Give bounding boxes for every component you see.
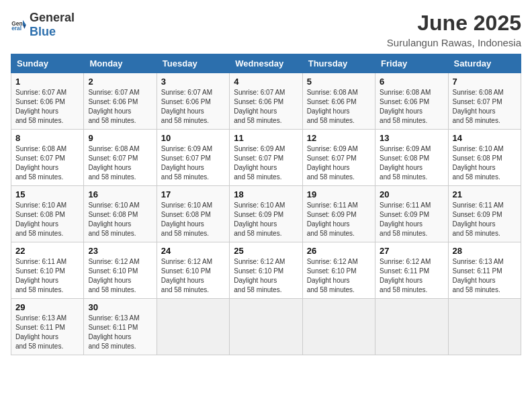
svg-marker-3 xyxy=(23,25,26,29)
day-number: 13 xyxy=(380,133,443,143)
calendar-cell: 25 Sunrise: 6:12 AM Sunset: 6:10 PM Dayl… xyxy=(230,242,302,299)
day-info: Sunrise: 6:12 AM Sunset: 6:10 PM Dayligh… xyxy=(307,257,371,295)
page-header: Gen eral General Blue June 2025 Surulang… xyxy=(11,11,521,48)
day-number: 2 xyxy=(88,77,152,87)
calendar-cell: 10 Sunrise: 6:09 AM Sunset: 6:07 PM Dayl… xyxy=(157,130,229,186)
calendar-cell xyxy=(230,299,302,355)
logo: Gen eral General Blue xyxy=(11,11,75,39)
calendar-week-row: 29 Sunrise: 6:13 AM Sunset: 6:11 PM Dayl… xyxy=(11,299,521,355)
day-number: 6 xyxy=(380,77,443,87)
day-number: 15 xyxy=(15,189,79,199)
day-number: 5 xyxy=(307,77,371,87)
column-header-sunday: Sunday xyxy=(11,54,84,73)
day-number: 14 xyxy=(453,133,517,143)
day-number: 25 xyxy=(234,246,298,256)
column-header-monday: Monday xyxy=(84,54,157,73)
day-info: Sunrise: 6:10 AM Sunset: 6:09 PM Dayligh… xyxy=(234,201,298,238)
column-header-friday: Friday xyxy=(375,54,448,73)
day-info: Sunrise: 6:10 AM Sunset: 6:08 PM Dayligh… xyxy=(15,201,79,238)
day-number: 23 xyxy=(88,246,152,256)
day-info: Sunrise: 6:13 AM Sunset: 6:11 PM Dayligh… xyxy=(15,314,79,351)
calendar-cell: 16 Sunrise: 6:10 AM Sunset: 6:08 PM Dayl… xyxy=(84,186,157,242)
day-number: 18 xyxy=(234,189,298,199)
day-number: 26 xyxy=(307,246,371,256)
day-number: 4 xyxy=(234,77,298,87)
calendar-cell: 19 Sunrise: 6:11 AM Sunset: 6:09 PM Dayl… xyxy=(302,186,375,242)
calendar-cell: 27 Sunrise: 6:12 AM Sunset: 6:11 PM Dayl… xyxy=(375,242,448,299)
logo-text-general: General xyxy=(30,11,75,24)
day-info: Sunrise: 6:10 AM Sunset: 6:08 PM Dayligh… xyxy=(161,201,225,238)
day-number: 22 xyxy=(15,246,79,256)
day-info: Sunrise: 6:11 AM Sunset: 6:09 PM Dayligh… xyxy=(380,201,443,238)
day-info: Sunrise: 6:12 AM Sunset: 6:10 PM Dayligh… xyxy=(88,257,152,295)
calendar-cell: 21 Sunrise: 6:11 AM Sunset: 6:09 PM Dayl… xyxy=(448,186,521,242)
day-number: 10 xyxy=(161,133,225,143)
logo-text-blue: Blue xyxy=(30,25,56,38)
day-info: Sunrise: 6:07 AM Sunset: 6:06 PM Dayligh… xyxy=(15,88,79,126)
day-number: 20 xyxy=(380,189,443,199)
day-number: 28 xyxy=(453,246,517,256)
calendar-week-row: 22 Sunrise: 6:11 AM Sunset: 6:10 PM Dayl… xyxy=(11,242,521,299)
day-number: 16 xyxy=(88,189,152,199)
day-number: 24 xyxy=(161,246,225,256)
day-info: Sunrise: 6:12 AM Sunset: 6:10 PM Dayligh… xyxy=(234,257,298,295)
calendar-cell: 6 Sunrise: 6:08 AM Sunset: 6:06 PM Dayli… xyxy=(375,73,448,130)
calendar-cell: 13 Sunrise: 6:09 AM Sunset: 6:08 PM Dayl… xyxy=(375,130,448,186)
column-header-thursday: Thursday xyxy=(302,54,375,73)
day-number: 11 xyxy=(234,133,298,143)
calendar-cell: 1 Sunrise: 6:07 AM Sunset: 6:06 PM Dayli… xyxy=(11,73,84,130)
day-info: Sunrise: 6:09 AM Sunset: 6:07 PM Dayligh… xyxy=(234,144,298,182)
day-info: Sunrise: 6:09 AM Sunset: 6:07 PM Dayligh… xyxy=(307,144,371,182)
calendar-cell: 15 Sunrise: 6:10 AM Sunset: 6:08 PM Dayl… xyxy=(11,186,84,242)
day-info: Sunrise: 6:09 AM Sunset: 6:07 PM Dayligh… xyxy=(161,144,225,182)
day-info: Sunrise: 6:10 AM Sunset: 6:08 PM Dayligh… xyxy=(88,201,152,238)
day-info: Sunrise: 6:09 AM Sunset: 6:08 PM Dayligh… xyxy=(380,144,443,182)
day-info: Sunrise: 6:11 AM Sunset: 6:09 PM Dayligh… xyxy=(453,201,517,238)
day-info: Sunrise: 6:07 AM Sunset: 6:06 PM Dayligh… xyxy=(161,88,225,126)
calendar-week-row: 8 Sunrise: 6:08 AM Sunset: 6:07 PM Dayli… xyxy=(11,130,521,186)
day-info: Sunrise: 6:08 AM Sunset: 6:06 PM Dayligh… xyxy=(307,88,371,126)
day-info: Sunrise: 6:12 AM Sunset: 6:10 PM Dayligh… xyxy=(161,257,225,295)
day-info: Sunrise: 6:13 AM Sunset: 6:11 PM Dayligh… xyxy=(88,314,152,351)
day-info: Sunrise: 6:10 AM Sunset: 6:08 PM Dayligh… xyxy=(453,144,517,182)
location-subtitle: Surulangun Rawas, Indonesia xyxy=(387,37,521,48)
calendar-cell: 12 Sunrise: 6:09 AM Sunset: 6:07 PM Dayl… xyxy=(302,130,375,186)
calendar-cell: 14 Sunrise: 6:10 AM Sunset: 6:08 PM Dayl… xyxy=(448,130,521,186)
day-number: 9 xyxy=(88,133,152,143)
column-header-saturday: Saturday xyxy=(448,54,521,73)
calendar-cell: 7 Sunrise: 6:08 AM Sunset: 6:07 PM Dayli… xyxy=(448,73,521,130)
calendar-cell: 28 Sunrise: 6:13 AM Sunset: 6:11 PM Dayl… xyxy=(448,242,521,299)
calendar-cell: 3 Sunrise: 6:07 AM Sunset: 6:06 PM Dayli… xyxy=(157,73,229,130)
day-number: 29 xyxy=(15,302,79,312)
calendar-cell: 18 Sunrise: 6:10 AM Sunset: 6:09 PM Dayl… xyxy=(230,186,302,242)
day-info: Sunrise: 6:07 AM Sunset: 6:06 PM Dayligh… xyxy=(88,88,152,126)
calendar-cell: 9 Sunrise: 6:08 AM Sunset: 6:07 PM Dayli… xyxy=(84,130,157,186)
svg-text:eral: eral xyxy=(11,25,21,32)
calendar-cell: 29 Sunrise: 6:13 AM Sunset: 6:11 PM Dayl… xyxy=(11,299,84,355)
logo-icon: Gen eral xyxy=(11,17,27,33)
calendar-cell: 4 Sunrise: 6:07 AM Sunset: 6:06 PM Dayli… xyxy=(230,73,302,130)
day-info: Sunrise: 6:07 AM Sunset: 6:06 PM Dayligh… xyxy=(234,88,298,126)
svg-marker-2 xyxy=(23,20,26,25)
calendar-cell: 22 Sunrise: 6:11 AM Sunset: 6:10 PM Dayl… xyxy=(11,242,84,299)
day-info: Sunrise: 6:08 AM Sunset: 6:07 PM Dayligh… xyxy=(15,144,79,182)
day-info: Sunrise: 6:11 AM Sunset: 6:09 PM Dayligh… xyxy=(307,201,371,238)
month-year-title: June 2025 xyxy=(387,11,521,36)
day-number: 3 xyxy=(161,77,225,87)
calendar-cell: 20 Sunrise: 6:11 AM Sunset: 6:09 PM Dayl… xyxy=(375,186,448,242)
day-number: 17 xyxy=(161,189,225,199)
calendar-cell: 26 Sunrise: 6:12 AM Sunset: 6:10 PM Dayl… xyxy=(302,242,375,299)
day-number: 27 xyxy=(380,246,443,256)
title-block: June 2025 Surulangun Rawas, Indonesia xyxy=(387,11,521,48)
calendar-header-row: SundayMondayTuesdayWednesdayThursdayFrid… xyxy=(11,54,521,73)
calendar-cell xyxy=(448,299,521,355)
column-header-tuesday: Tuesday xyxy=(157,54,229,73)
day-number: 21 xyxy=(453,189,517,199)
calendar-cell xyxy=(375,299,448,355)
calendar-week-row: 15 Sunrise: 6:10 AM Sunset: 6:08 PM Dayl… xyxy=(11,186,521,242)
calendar-cell: 24 Sunrise: 6:12 AM Sunset: 6:10 PM Dayl… xyxy=(157,242,229,299)
day-number: 19 xyxy=(307,189,371,199)
day-number: 1 xyxy=(15,77,79,87)
calendar-cell: 23 Sunrise: 6:12 AM Sunset: 6:10 PM Dayl… xyxy=(84,242,157,299)
day-number: 12 xyxy=(307,133,371,143)
